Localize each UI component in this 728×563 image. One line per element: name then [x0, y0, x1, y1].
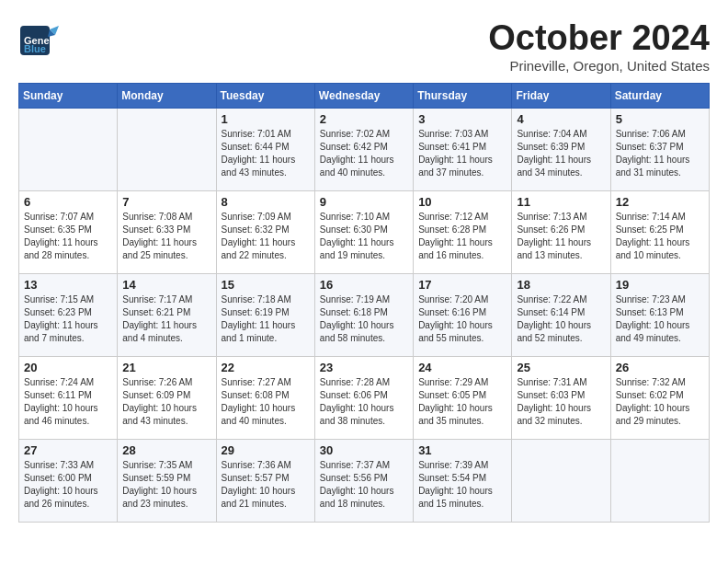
day-number: 15	[222, 278, 310, 292]
calendar-cell: 6Sunrise: 7:07 AM Sunset: 6:35 PM Daylig…	[19, 191, 118, 274]
cell-info: Sunrise: 7:32 AM Sunset: 6:02 PM Dayligh…	[616, 376, 704, 428]
day-number: 17	[418, 278, 506, 292]
calendar-cell: 25Sunrise: 7:31 AM Sunset: 6:03 PM Dayli…	[512, 357, 610, 440]
day-header-thursday: Thursday	[414, 84, 512, 109]
day-number: 18	[517, 278, 605, 292]
day-number: 21	[122, 361, 210, 374]
day-number: 23	[320, 361, 408, 374]
day-header-friday: Friday	[512, 84, 610, 109]
calendar-cell: 26Sunrise: 7:32 AM Sunset: 6:02 PM Dayli…	[610, 357, 709, 440]
cell-info: Sunrise: 7:04 AM Sunset: 6:39 PM Dayligh…	[517, 128, 605, 179]
day-number: 12	[616, 195, 704, 209]
day-number: 19	[616, 278, 704, 292]
calendar-cell: 20Sunrise: 7:24 AM Sunset: 6:11 PM Dayli…	[19, 357, 118, 440]
calendar-cell: 2Sunrise: 7:02 AM Sunset: 6:42 PM Daylig…	[314, 109, 413, 191]
day-number: 24	[418, 361, 506, 374]
calendar-cell: 24Sunrise: 7:29 AM Sunset: 6:05 PM Dayli…	[414, 357, 512, 440]
day-number: 10	[418, 195, 506, 209]
cell-info: Sunrise: 7:08 AM Sunset: 6:33 PM Dayligh…	[122, 211, 210, 262]
calendar-cell: 21Sunrise: 7:26 AM Sunset: 6:09 PM Dayli…	[118, 357, 216, 440]
calendar-cell: 17Sunrise: 7:20 AM Sunset: 6:16 PM Dayli…	[414, 274, 512, 357]
day-number: 1	[222, 112, 310, 126]
calendar-cell: 3Sunrise: 7:03 AM Sunset: 6:41 PM Daylig…	[414, 109, 512, 191]
cell-info: Sunrise: 7:20 AM Sunset: 6:16 PM Dayligh…	[418, 293, 506, 345]
day-number: 8	[222, 195, 310, 209]
cell-info: Sunrise: 7:17 AM Sunset: 6:21 PM Dayligh…	[122, 293, 210, 345]
svg-text:Blue: Blue	[24, 43, 46, 54]
calendar-week-5: 27Sunrise: 7:33 AM Sunset: 6:00 PM Dayli…	[19, 440, 710, 523]
day-number: 2	[320, 112, 408, 126]
day-header-sunday: Sunday	[19, 84, 118, 109]
calendar-cell: 4Sunrise: 7:04 AM Sunset: 6:39 PM Daylig…	[512, 109, 610, 191]
cell-info: Sunrise: 7:39 AM Sunset: 5:54 PM Dayligh…	[418, 459, 506, 511]
calendar-cell: 5Sunrise: 7:06 AM Sunset: 6:37 PM Daylig…	[610, 109, 709, 191]
day-number: 30	[320, 443, 408, 457]
day-number: 13	[24, 278, 112, 292]
cell-info: Sunrise: 7:06 AM Sunset: 6:37 PM Dayligh…	[616, 128, 704, 179]
cell-info: Sunrise: 7:22 AM Sunset: 6:14 PM Dayligh…	[517, 293, 605, 345]
cell-info: Sunrise: 7:07 AM Sunset: 6:35 PM Dayligh…	[24, 211, 112, 262]
calendar-cell: 28Sunrise: 7:35 AM Sunset: 5:59 PM Dayli…	[118, 440, 216, 523]
day-number: 4	[517, 112, 605, 126]
day-number: 5	[616, 112, 704, 126]
cell-info: Sunrise: 7:19 AM Sunset: 6:18 PM Dayligh…	[320, 293, 408, 345]
day-header-monday: Monday	[118, 84, 216, 109]
cell-info: Sunrise: 7:13 AM Sunset: 6:26 PM Dayligh…	[517, 211, 605, 262]
title-section: October 2024 Prineville, Oregon, United …	[488, 18, 710, 74]
cell-info: Sunrise: 7:03 AM Sunset: 6:41 PM Dayligh…	[418, 128, 506, 179]
calendar-cell: 19Sunrise: 7:23 AM Sunset: 6:13 PM Dayli…	[610, 274, 709, 357]
cell-info: Sunrise: 7:36 AM Sunset: 5:57 PM Dayligh…	[222, 459, 310, 511]
calendar-cell: 10Sunrise: 7:12 AM Sunset: 6:28 PM Dayli…	[414, 191, 512, 274]
calendar-cell: 15Sunrise: 7:18 AM Sunset: 6:19 PM Dayli…	[216, 274, 314, 357]
day-number: 16	[320, 278, 408, 292]
calendar-body: 1Sunrise: 7:01 AM Sunset: 6:44 PM Daylig…	[19, 109, 710, 523]
calendar-cell: 22Sunrise: 7:27 AM Sunset: 6:08 PM Dayli…	[216, 357, 314, 440]
cell-info: Sunrise: 7:29 AM Sunset: 6:05 PM Dayligh…	[418, 376, 506, 428]
calendar-cell	[512, 440, 610, 523]
day-number: 31	[418, 443, 506, 457]
cell-info: Sunrise: 7:14 AM Sunset: 6:25 PM Dayligh…	[616, 211, 704, 262]
logo-icon: General Blue	[18, 18, 63, 63]
calendar-cell: 7Sunrise: 7:08 AM Sunset: 6:33 PM Daylig…	[118, 191, 216, 274]
day-header-saturday: Saturday	[610, 84, 709, 109]
calendar-cell: 8Sunrise: 7:09 AM Sunset: 6:32 PM Daylig…	[216, 191, 314, 274]
day-number: 22	[222, 361, 310, 374]
day-number: 9	[320, 195, 408, 209]
cell-info: Sunrise: 7:23 AM Sunset: 6:13 PM Dayligh…	[616, 293, 704, 345]
calendar-cell: 12Sunrise: 7:14 AM Sunset: 6:25 PM Dayli…	[610, 191, 709, 274]
day-header-tuesday: Tuesday	[216, 84, 314, 109]
cell-info: Sunrise: 7:01 AM Sunset: 6:44 PM Dayligh…	[222, 128, 310, 179]
day-number: 14	[122, 278, 210, 292]
calendar-cell: 27Sunrise: 7:33 AM Sunset: 6:00 PM Dayli…	[19, 440, 118, 523]
day-number: 25	[517, 361, 605, 374]
cell-info: Sunrise: 7:26 AM Sunset: 6:09 PM Dayligh…	[122, 376, 210, 428]
calendar-cell	[610, 440, 709, 523]
day-number: 29	[222, 443, 310, 457]
calendar-cell: 30Sunrise: 7:37 AM Sunset: 5:56 PM Dayli…	[314, 440, 413, 523]
calendar-cell: 18Sunrise: 7:22 AM Sunset: 6:14 PM Dayli…	[512, 274, 610, 357]
cell-info: Sunrise: 7:12 AM Sunset: 6:28 PM Dayligh…	[418, 211, 506, 262]
day-number: 20	[24, 361, 112, 374]
cell-info: Sunrise: 7:09 AM Sunset: 6:32 PM Dayligh…	[222, 211, 310, 262]
cell-info: Sunrise: 7:15 AM Sunset: 6:23 PM Dayligh…	[24, 293, 112, 345]
day-header-wednesday: Wednesday	[314, 84, 413, 109]
calendar-week-2: 6Sunrise: 7:07 AM Sunset: 6:35 PM Daylig…	[19, 191, 710, 274]
calendar-table: SundayMondayTuesdayWednesdayThursdayFrid…	[18, 83, 710, 523]
calendar-week-1: 1Sunrise: 7:01 AM Sunset: 6:44 PM Daylig…	[19, 109, 710, 191]
day-number: 3	[418, 112, 506, 126]
cell-info: Sunrise: 7:24 AM Sunset: 6:11 PM Dayligh…	[24, 376, 112, 428]
calendar-cell: 1Sunrise: 7:01 AM Sunset: 6:44 PM Daylig…	[216, 109, 314, 191]
calendar-cell	[19, 109, 118, 191]
cell-info: Sunrise: 7:10 AM Sunset: 6:30 PM Dayligh…	[320, 211, 408, 262]
month-title: October 2024	[488, 18, 710, 58]
calendar-week-3: 13Sunrise: 7:15 AM Sunset: 6:23 PM Dayli…	[19, 274, 710, 357]
cell-info: Sunrise: 7:35 AM Sunset: 5:59 PM Dayligh…	[122, 459, 210, 511]
calendar-cell: 23Sunrise: 7:28 AM Sunset: 6:06 PM Dayli…	[314, 357, 413, 440]
day-number: 11	[517, 195, 605, 209]
cell-info: Sunrise: 7:02 AM Sunset: 6:42 PM Dayligh…	[320, 128, 408, 179]
calendar-cell: 13Sunrise: 7:15 AM Sunset: 6:23 PM Dayli…	[19, 274, 118, 357]
day-number: 26	[616, 361, 704, 374]
calendar-cell: 9Sunrise: 7:10 AM Sunset: 6:30 PM Daylig…	[314, 191, 413, 274]
location-title: Prineville, Oregon, United States	[488, 58, 710, 74]
cell-info: Sunrise: 7:27 AM Sunset: 6:08 PM Dayligh…	[222, 376, 310, 428]
